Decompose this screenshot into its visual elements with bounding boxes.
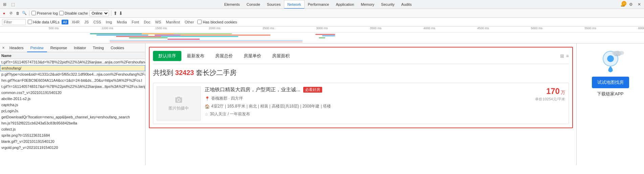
preserve-log-label[interactable]: Preserve log <box>31 11 58 15</box>
listing-tab-newest[interactable]: 最新发布 <box>181 51 210 61</box>
map-icon <box>597 47 624 74</box>
list-item[interactable]: sprite.png?t=1551236311684 <box>0 132 145 138</box>
list-icon[interactable]: ≡ <box>566 53 569 59</box>
stop-btn[interactable]: ⊘ <box>8 11 14 16</box>
filter-other-btn[interactable]: Other <box>183 20 196 24</box>
list-item[interactable]: t.gif?r=1611405747313&d=%7B%22pid%22%3A%… <box>0 59 145 65</box>
upload-btn[interactable]: ⬆ <box>113 11 117 16</box>
disable-cache-checkbox[interactable] <box>59 11 64 15</box>
preserve-log-checkbox[interactable] <box>31 11 36 15</box>
filter-all-btn[interactable]: All <box>62 20 68 24</box>
tbar-9 <box>174 33 232 34</box>
close-detail-btn[interactable]: × <box>1 45 6 51</box>
has-blocked-label[interactable]: Has blocked cookies <box>197 20 237 24</box>
tab-memory[interactable]: Memory <box>357 0 378 9</box>
list-item[interactable]: abclite-2011-s2.js <box>0 96 145 102</box>
sub-tab-timing[interactable]: Timing <box>89 43 107 52</box>
filter-font-btn[interactable]: Font <box>130 20 140 24</box>
hide-data-urls-label[interactable]: Hide data URLs <box>28 20 60 24</box>
hide-data-urls-checkbox[interactable] <box>28 20 32 24</box>
clear-btn[interactable]: 🗑 <box>15 11 20 16</box>
listing-tab-default[interactable]: 默认排序 <box>153 51 181 61</box>
filter-doc-btn[interactable]: Doc <box>142 20 152 24</box>
tab-security[interactable]: Security <box>378 0 398 9</box>
filter-js-btn[interactable]: JS <box>83 20 90 24</box>
sub-tab-initiator[interactable]: Initiator <box>70 43 89 52</box>
sub-tab-response[interactable]: Response <box>47 43 71 52</box>
listing-tab-unit-price[interactable]: 房屋单价 <box>238 51 267 61</box>
filter-img-btn[interactable]: Img <box>105 20 113 24</box>
tbar-bg <box>110 40 303 41</box>
list-item[interactable]: collect.js <box>0 126 145 132</box>
list-item[interactable]: hm.gif?hca=F0EBC9E6034A11A4&cc=1&cl=24-b… <box>0 77 145 83</box>
listing-tabs: 默认排序 最新发布 房屋总价 房屋单价 房屋面积 ⊞ ≡ <box>153 51 569 64</box>
tbar-13 <box>319 37 325 38</box>
tab-console[interactable]: Console <box>243 0 263 9</box>
tab-application[interactable]: Application <box>333 0 358 9</box>
list-item[interactable]: p.gif?type=close&sid=41331c2&uid=5f65c32… <box>0 71 145 77</box>
bell-icon[interactable]: 🔔 11 <box>620 1 626 8</box>
devtools-toggle-icon[interactable]: ⊞ <box>1 1 8 8</box>
right-icons: 🔔 11 ⚙ ✕ <box>620 1 643 8</box>
filter-media-btn[interactable]: Media <box>115 20 128 24</box>
property-name-text: 正地铁口精装大四房，户型周正，业主诚... <box>205 86 301 93</box>
list-item[interactable]: getDownloadQr?location=menu_app&ljweb_ch… <box>0 114 145 120</box>
filter-input[interactable] <box>2 19 26 25</box>
list-item[interactable]: t.gif?r=1611405748317&d=%7B%22pid%22%3A%… <box>0 83 145 90</box>
svg-point-4 <box>612 51 617 55</box>
close-devtools-icon[interactable]: ✕ <box>636 1 643 8</box>
mark-2500: 2500 ms <box>263 26 274 30</box>
has-blocked-text: Has blocked cookies <box>203 20 237 24</box>
filter-manifest-btn[interactable]: Manifest <box>164 20 181 24</box>
map-find-house-btn[interactable]: 试试地图找房 <box>592 77 629 88</box>
listing-title: 共找到 32423 套长沙二手房 <box>153 68 569 77</box>
grid-icon[interactable]: ⊞ <box>560 53 564 59</box>
tab-network[interactable]: Network <box>284 0 304 9</box>
listing-tab-icons: ⊞ ≡ <box>560 53 569 59</box>
right-panel: 默认排序 最新发布 房屋总价 房屋单价 房屋面积 ⊞ ≡ 共找到 32423 套… <box>146 43 576 165</box>
search-btn[interactable]: 🔍 <box>22 11 27 16</box>
tab-elements[interactable]: Elements <box>221 0 243 9</box>
record-btn[interactable]: ● <box>1 11 7 16</box>
preview-content: 默认排序 最新发布 房屋总价 房屋单价 房屋面积 ⊞ ≡ 共找到 32423 套… <box>146 43 576 165</box>
listing-details: 🏠 4室2厅 | 165.8平米 | 南北 | 精装 | 高楼层(共18层) |… <box>205 103 517 109</box>
detail-sub-tabs: × Headers Preview Response Initiator Tim… <box>0 43 145 52</box>
settings-icon[interactable]: ⚙ <box>628 1 635 8</box>
timeline: 500 ms 1000 ms 1500 ms 2000 ms 2500 ms 3… <box>0 26 644 43</box>
list-item[interactable]: blank.gif?_v=202101191540120 <box>0 138 145 144</box>
listing-tab-total-price[interactable]: 房屋总价 <box>210 51 238 61</box>
price-value: 170 <box>546 86 560 96</box>
sub-tab-preview[interactable]: Preview <box>27 43 47 52</box>
timeline-bars <box>0 33 644 43</box>
filter-css-btn[interactable]: CSS <box>92 20 103 24</box>
map-placeholder <box>597 47 624 74</box>
list-item[interactable]: captcha.js <box>0 102 145 108</box>
tab-audits[interactable]: Audits <box>398 0 415 9</box>
has-blocked-checkbox[interactable] <box>197 20 202 24</box>
tab-sources[interactable]: Sources <box>264 0 284 9</box>
result-text: 共找到 <box>153 69 173 76</box>
devtools-inspect-icon[interactable]: ⬚ <box>9 1 16 8</box>
download-btn[interactable]: ⬇ <box>119 11 123 16</box>
list-item[interactable]: pcLoginJs. <box>0 108 145 114</box>
result-suffix: 套长沙二手房 <box>196 69 237 76</box>
filter-xhr-btn[interactable]: XHR <box>70 20 81 24</box>
throttle-select[interactable]: Online <box>89 10 109 16</box>
tbar-4 <box>129 37 168 38</box>
tbar-bg2 <box>110 41 303 42</box>
listing-tab-area[interactable]: 房屋面积 <box>267 51 295 61</box>
list-item[interactable]: ershoufang/ <box>0 65 145 71</box>
sub-tab-cookies[interactable]: Cookies <box>107 43 128 52</box>
list-item[interactable]: common.css?_v=202101191540120 <box>0 90 145 96</box>
sep-1 <box>29 11 29 16</box>
filter-ws-btn[interactable]: WS <box>154 20 162 24</box>
listing-outer: 默认排序 最新发布 房屋总价 房屋单价 房屋面积 ⊞ ≡ 共找到 32423 套… <box>149 47 573 128</box>
list-item[interactable]: hm.js?9152f8221cb6243a53c83b956842be8a <box>0 120 145 126</box>
disable-cache-label[interactable]: Disable cache <box>59 11 88 15</box>
details-text: 4室2厅 | 165.8平米 | 南北 | 精装 | 高楼层(共18层) | 2… <box>211 103 331 109</box>
sub-tab-headers[interactable]: Headers <box>6 43 27 52</box>
location-icon: 📍 <box>205 96 210 101</box>
mark-4000: 4000 ms <box>423 26 435 30</box>
list-item[interactable]: vrgold.png?_v=202101191540120 <box>0 144 145 151</box>
tab-performance[interactable]: Performance <box>305 0 333 9</box>
